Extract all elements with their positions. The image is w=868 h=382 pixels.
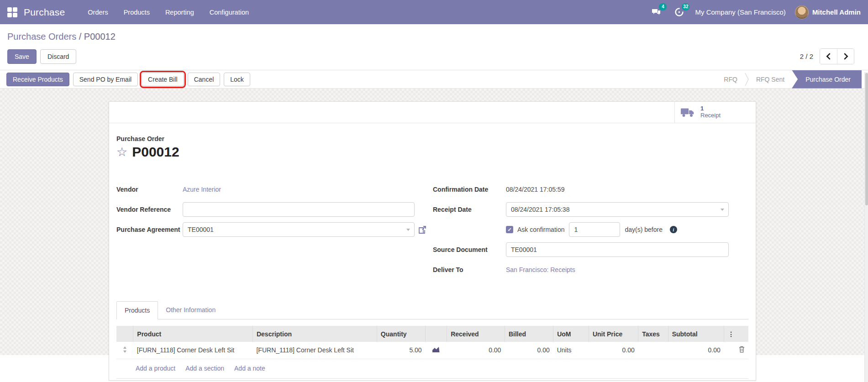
cell-quantity[interactable]: 5.00: [377, 342, 425, 359]
breadcrumb: Purchase Orders / P00012: [7, 31, 861, 42]
truck-icon: [680, 107, 695, 118]
user-menu[interactable]: Mitchell Admin: [795, 5, 861, 19]
status-step-rfq[interactable]: RFQ: [716, 76, 745, 83]
activities-icon[interactable]: 32: [672, 6, 686, 18]
days-before-suffix: day(s) before: [625, 226, 662, 233]
vendor-reference-label: Vendor Reference: [116, 206, 183, 213]
cell-uom[interactable]: Units: [553, 342, 589, 359]
menu-configuration[interactable]: Configuration: [203, 5, 255, 20]
forecast-chart-icon[interactable]: [426, 342, 447, 359]
messages-badge: 4: [659, 3, 667, 10]
nav-menu: Orders Products Reporting Configuration: [81, 5, 255, 20]
favorite-star-icon[interactable]: ☆: [116, 146, 127, 158]
col-product: Product: [133, 326, 253, 342]
purchase-agreement-label: Purchase Agreement: [116, 226, 183, 233]
add-a-product-link[interactable]: Add a product: [136, 365, 175, 372]
col-subtotal: Subtotal: [668, 326, 724, 342]
confirmation-date-value: 08/24/2021 17:05:59: [506, 186, 564, 193]
top-nav: Purchase Orders Products Reporting Confi…: [0, 0, 868, 24]
breadcrumb-current: P00012: [84, 31, 116, 42]
ask-confirmation-checkbox[interactable]: ✓: [506, 226, 513, 233]
datepicker-caret-icon[interactable]: [721, 209, 724, 211]
menu-reporting[interactable]: Reporting: [159, 5, 200, 20]
dropdown-caret-icon[interactable]: [406, 229, 410, 231]
tab-other-information[interactable]: Other Information: [158, 301, 223, 319]
user-name: Mitchell Admin: [812, 8, 861, 16]
menu-orders[interactable]: Orders: [81, 5, 114, 20]
activities-badge: 32: [682, 3, 689, 10]
col-description: Description: [253, 326, 377, 342]
ask-confirmation-label: Ask confirmation: [517, 226, 564, 233]
add-a-section-link[interactable]: Add a section: [185, 365, 224, 372]
company-switcher[interactable]: My Company (San Francisco): [695, 8, 785, 16]
cell-description[interactable]: [FURN_1118] Corner Desk Left Sit: [253, 342, 377, 359]
add-a-note-link[interactable]: Add a note: [234, 365, 265, 372]
days-before-input[interactable]: [569, 222, 620, 237]
cell-unit-price[interactable]: 0.00: [589, 342, 638, 359]
status-step-purchase-order-active[interactable]: Purchase Order: [792, 70, 862, 89]
vertical-scrollbar[interactable]: [864, 72, 868, 382]
col-taxes: Taxes: [638, 326, 668, 342]
receive-products-button[interactable]: Receive Products: [6, 73, 69, 86]
chevron-right-icon: [843, 53, 848, 60]
cell-taxes[interactable]: [638, 342, 668, 359]
col-billed: Billed: [505, 326, 553, 342]
vendor-value-link[interactable]: Azure Interior: [183, 186, 221, 193]
col-uom: UoM: [553, 326, 589, 342]
app-title: Purchase: [24, 7, 65, 18]
receipt-date-input[interactable]: [506, 202, 729, 217]
messages-icon[interactable]: 4: [649, 6, 663, 18]
vendor-reference-input[interactable]: [183, 202, 415, 217]
purchase-order-sheet: 1 Receipt Purchase Order ☆ P00012 Vendor…: [109, 101, 756, 381]
col-received: Received: [447, 326, 505, 342]
cell-subtotal[interactable]: 0.00: [668, 342, 724, 359]
drag-handle-icon[interactable]: [116, 342, 133, 359]
table-row[interactable]: [FURN_1118] Corner Desk Left Sit [FURN_1…: [116, 342, 748, 359]
receipt-stat-button[interactable]: 1 Receipt: [674, 102, 756, 123]
delete-row-icon[interactable]: [724, 342, 748, 359]
form-view-background: 1 Receipt Purchase Order ☆ P00012 Vendor…: [0, 89, 868, 355]
source-document-label: Source Document: [433, 246, 506, 253]
apps-grid-icon[interactable]: [7, 7, 17, 17]
status-step-separator-icon: [745, 73, 749, 86]
tab-products[interactable]: Products: [116, 301, 158, 319]
col-unit-price: Unit Price: [589, 326, 638, 342]
breadcrumb-separator: /: [79, 31, 82, 42]
breadcrumb-parent[interactable]: Purchase Orders: [7, 31, 76, 42]
pager-count[interactable]: 2 / 2: [800, 52, 813, 60]
purchase-agreement-input[interactable]: [183, 222, 415, 237]
stat-button-strip: 1 Receipt: [109, 102, 756, 123]
create-bill-button[interactable]: Create Bill: [142, 73, 184, 86]
source-document-input[interactable]: [506, 242, 729, 257]
status-steps: RFQ RFQ Sent Purchase Order: [716, 70, 862, 89]
optional-columns-icon[interactable]: ⋮: [724, 326, 748, 342]
receipt-date-label: Receipt Date: [433, 206, 506, 213]
pager-previous-button[interactable]: [820, 49, 837, 64]
document-type-label: Purchase Order: [116, 135, 748, 142]
document-name: P00012: [132, 144, 179, 160]
cell-product[interactable]: [FURN_1118] Corner Desk Left Sit: [133, 342, 253, 359]
vendor-label: Vendor: [116, 186, 183, 193]
send-po-by-email-button[interactable]: Send PO by Email: [73, 73, 138, 86]
receipt-count: 1: [700, 105, 721, 112]
chevron-left-icon: [826, 53, 831, 60]
external-link-icon[interactable]: [418, 225, 427, 234]
lock-button[interactable]: Lock: [224, 73, 250, 86]
deliver-to-value-link[interactable]: San Francisco: Receipts: [506, 266, 575, 273]
pager-next-button[interactable]: [837, 49, 854, 64]
scrollbar-thumb[interactable]: [865, 73, 868, 205]
avatar: [795, 5, 809, 19]
cell-received[interactable]: 0.00: [447, 342, 505, 359]
info-icon: i: [670, 226, 677, 233]
statusbar: Receive Products Send PO by Email Create…: [0, 70, 868, 89]
col-quantity: Quantity: [377, 326, 425, 342]
confirmation-date-label: Confirmation Date: [433, 186, 506, 193]
order-lines-table: Product Description Quantity Received Bi…: [116, 326, 748, 359]
menu-products[interactable]: Products: [117, 5, 156, 20]
cancel-button[interactable]: Cancel: [188, 73, 221, 86]
cell-billed[interactable]: 0.00: [505, 342, 553, 359]
status-step-rfq-sent[interactable]: RFQ Sent: [749, 76, 792, 83]
save-button[interactable]: Save: [7, 49, 37, 64]
discard-button[interactable]: Discard: [40, 49, 76, 64]
notebook-tabs: Products Other Information: [116, 301, 748, 319]
